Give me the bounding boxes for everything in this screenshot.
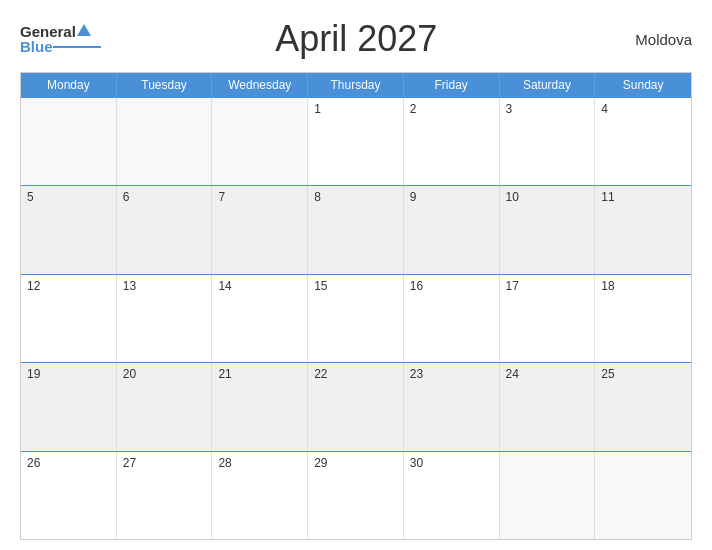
day-number: 24	[506, 367, 519, 381]
logo-blue: Blue	[20, 39, 53, 54]
day-cell: 16	[404, 275, 500, 362]
day-number: 6	[123, 190, 130, 204]
week-row-5: 2627282930	[21, 451, 691, 539]
day-number: 30	[410, 456, 423, 470]
day-cell: 3	[500, 98, 596, 185]
day-number: 8	[314, 190, 321, 204]
day-cell: 15	[308, 275, 404, 362]
week-row-4: 19202122232425	[21, 362, 691, 450]
day-header-monday: Monday	[21, 73, 117, 97]
day-number: 29	[314, 456, 327, 470]
weeks-container: 1234567891011121314151617181920212223242…	[21, 97, 691, 539]
day-cell: 25	[595, 363, 691, 450]
logo-triangle-icon	[77, 24, 91, 36]
day-cell: 29	[308, 452, 404, 539]
day-cell: 10	[500, 186, 596, 273]
day-number: 16	[410, 279, 423, 293]
day-number: 11	[601, 190, 614, 204]
day-number: 19	[27, 367, 40, 381]
day-cell	[21, 98, 117, 185]
day-number: 14	[218, 279, 231, 293]
page: General Blue April 2027 Moldova MondayTu…	[0, 0, 712, 550]
day-number: 28	[218, 456, 231, 470]
day-cell: 7	[212, 186, 308, 273]
day-cell	[500, 452, 596, 539]
day-number: 1	[314, 102, 321, 116]
day-number: 26	[27, 456, 40, 470]
day-number: 25	[601, 367, 614, 381]
day-number: 20	[123, 367, 136, 381]
day-number: 17	[506, 279, 519, 293]
day-number: 18	[601, 279, 614, 293]
day-cell: 13	[117, 275, 213, 362]
day-cell: 17	[500, 275, 596, 362]
day-number: 15	[314, 279, 327, 293]
week-row-3: 12131415161718	[21, 274, 691, 362]
day-cell: 27	[117, 452, 213, 539]
day-header-thursday: Thursday	[308, 73, 404, 97]
day-cell: 20	[117, 363, 213, 450]
day-headers-row: MondayTuesdayWednesdayThursdayFridaySatu…	[21, 73, 691, 97]
day-cell: 6	[117, 186, 213, 273]
week-row-2: 567891011	[21, 185, 691, 273]
day-header-tuesday: Tuesday	[117, 73, 213, 97]
day-cell: 19	[21, 363, 117, 450]
day-cell: 12	[21, 275, 117, 362]
day-number: 4	[601, 102, 608, 116]
day-cell: 4	[595, 98, 691, 185]
day-number: 22	[314, 367, 327, 381]
day-number: 9	[410, 190, 417, 204]
day-cell: 22	[308, 363, 404, 450]
day-cell	[117, 98, 213, 185]
day-header-wednesday: Wednesday	[212, 73, 308, 97]
day-cell: 30	[404, 452, 500, 539]
day-number: 10	[506, 190, 519, 204]
day-cell	[212, 98, 308, 185]
day-cell: 28	[212, 452, 308, 539]
day-number: 27	[123, 456, 136, 470]
day-number: 5	[27, 190, 34, 204]
day-cell: 23	[404, 363, 500, 450]
logo-line	[53, 46, 101, 48]
day-cell: 5	[21, 186, 117, 273]
day-number: 7	[218, 190, 225, 204]
day-cell: 18	[595, 275, 691, 362]
logo-general: General	[20, 24, 76, 39]
day-cell: 9	[404, 186, 500, 273]
day-cell: 21	[212, 363, 308, 450]
day-header-saturday: Saturday	[500, 73, 596, 97]
day-cell: 1	[308, 98, 404, 185]
day-cell: 8	[308, 186, 404, 273]
day-number: 23	[410, 367, 423, 381]
day-cell: 24	[500, 363, 596, 450]
day-cell: 26	[21, 452, 117, 539]
day-number: 21	[218, 367, 231, 381]
day-cell	[595, 452, 691, 539]
day-number: 13	[123, 279, 136, 293]
day-header-friday: Friday	[404, 73, 500, 97]
day-cell: 11	[595, 186, 691, 273]
country-label: Moldova	[612, 31, 692, 48]
calendar-title: April 2027	[101, 18, 612, 60]
week-row-1: 1234	[21, 97, 691, 185]
day-cell: 2	[404, 98, 500, 185]
day-number: 2	[410, 102, 417, 116]
day-header-sunday: Sunday	[595, 73, 691, 97]
logo: General Blue	[20, 24, 101, 54]
day-number: 12	[27, 279, 40, 293]
header: General Blue April 2027 Moldova	[20, 18, 692, 60]
day-cell: 14	[212, 275, 308, 362]
calendar: MondayTuesdayWednesdayThursdayFridaySatu…	[20, 72, 692, 540]
day-number: 3	[506, 102, 513, 116]
